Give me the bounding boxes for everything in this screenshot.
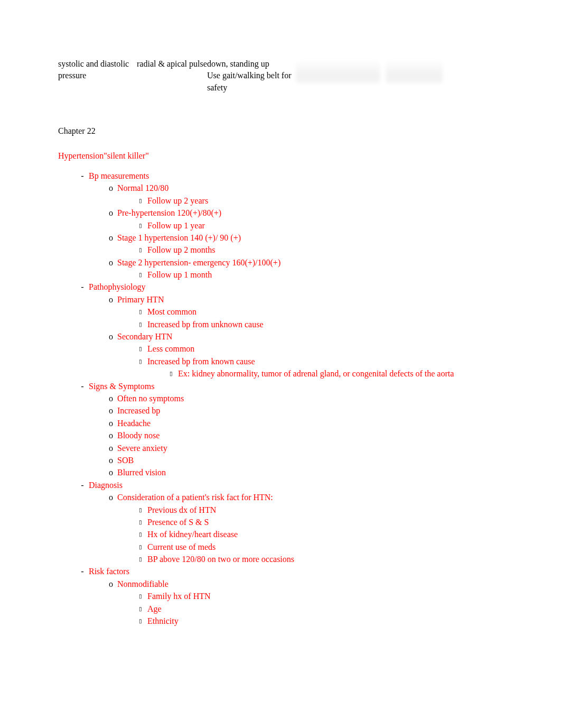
dash-icon: - (58, 480, 89, 491)
list-item: ▯ Family hx of HTN (58, 591, 503, 602)
bp-normal-fu: Follow up 2 years (147, 195, 503, 207)
list-item: ▯ Follow up 1 month (58, 269, 503, 281)
section-diag: Diagnosis (89, 480, 503, 491)
square-icon: ▯ (58, 504, 147, 514)
circle-icon: o (58, 182, 117, 194)
risk-nm-b: Age (147, 603, 503, 615)
list-item: ▯ Most common (58, 306, 503, 318)
square-icon: ▯ (58, 356, 147, 365)
list-item: ▯ Ex: kidney abnormality, tumor of adren… (58, 368, 503, 380)
bp-pre: Pre-hypertension 120(+)/80(+) (117, 207, 503, 219)
table-cell-3: down, standing up Use gait/walking belt … (207, 58, 296, 94)
square-icon: ▯ (58, 603, 147, 613)
risk-nm-a: Family hx of HTN (147, 591, 503, 602)
ss-3: Bloody nose (117, 430, 503, 441)
diag-a: Previous dx of HTN (147, 504, 503, 516)
list-item: o Often no symptoms (58, 393, 503, 404)
list-item: ▯ Less common (58, 343, 503, 355)
square-icon: ▯ (58, 554, 147, 563)
bullet-icon: ▯ (58, 368, 178, 377)
list-item: - Pathophysiology (58, 281, 503, 293)
list-item: ▯ Ethnicity (58, 615, 503, 627)
bp-pre-fu: Follow up 1 year (147, 220, 503, 232)
square-icon: ▯ (58, 517, 147, 526)
ss-6: Blurred vision (117, 467, 503, 478)
list-item: ▯ Previous dx of HTN (58, 504, 503, 516)
list-item: o Secondary HTN (58, 331, 503, 343)
circle-icon: o (58, 492, 117, 503)
list-item: ▯ Hx of kidney/heart disease (58, 529, 503, 540)
bp-s1: Stage 1 hypertension 140 (+)/ 90 (+) (117, 232, 503, 244)
list-item: o Blurred vision (58, 467, 503, 478)
square-icon: ▯ (58, 343, 147, 353)
table-cell-1: systolic and diastolic pressure (58, 58, 137, 94)
list-item: o Primary HTN (58, 294, 503, 306)
patho-secondary-b: Increased bp from known cause (147, 356, 503, 367)
patho-secondary-a: Less common (147, 343, 503, 355)
circle-icon: o (58, 405, 117, 417)
square-icon: ▯ (58, 615, 147, 625)
list-item: - Diagnosis (58, 480, 503, 491)
patho-secondary-ex: Ex: kidney abnormality, tumor of adrenal… (178, 368, 503, 380)
circle-icon: o (58, 430, 117, 441)
bp-s2: Stage 2 hypertension- emergency 160(+)/1… (117, 257, 503, 269)
circle-icon: o (58, 232, 117, 244)
topic-subtitle: "silent killer" (104, 151, 149, 160)
square-icon: ▯ (58, 591, 147, 600)
square-icon: ▯ (58, 244, 147, 254)
list-item: - Risk factors (58, 566, 503, 577)
patho-primary-a: Most common (147, 306, 503, 318)
square-icon: ▯ (58, 541, 147, 551)
list-item: o Increased bp (58, 405, 503, 417)
list-item: o Stage 2 hypertension- emergency 160(+)… (58, 257, 503, 269)
list-item: ▯ Follow up 2 years (58, 195, 503, 207)
table-cell-5-blurred (386, 58, 438, 94)
diag-d: Current use of meds (147, 541, 503, 553)
section-patho: Pathophysiology (89, 281, 503, 293)
list-item: o Normal 120/80 (58, 182, 503, 194)
list-item: ▯ Increased bp from unknown cause (58, 319, 503, 330)
list-item: ▯ Presence of S & S (58, 517, 503, 528)
list-item: o SOB (58, 455, 503, 466)
circle-icon: o (58, 578, 117, 590)
circle-icon: o (58, 294, 117, 306)
dash-icon: - (58, 170, 89, 182)
topic-title: Hypertension (58, 151, 104, 160)
table-cell-4-blurred (296, 58, 386, 94)
list-item: - Bp measurements (58, 170, 503, 182)
circle-icon: o (58, 257, 117, 269)
topic-heading: Hypertension"silent killer" (58, 150, 503, 162)
list-item: o Severe anxiety (58, 443, 503, 454)
patho-secondary: Secondary HTN (117, 331, 503, 343)
patho-primary-b: Increased bp from unknown cause (147, 319, 503, 330)
bp-s1-fu: Follow up 2 months (147, 244, 503, 256)
ss-1: Increased bp (117, 405, 503, 417)
section-bp: Bp measurements (89, 170, 503, 182)
list-item: - Signs & Symptoms (58, 381, 503, 392)
square-icon: ▯ (58, 269, 147, 279)
list-item: ▯ BP above 120/80 on two or more occasio… (58, 554, 503, 565)
chapter-heading: Chapter 22 (58, 125, 503, 137)
circle-icon: o (58, 467, 117, 478)
table-fragment: systolic and diastolic pressure radial &… (58, 58, 503, 104)
ss-4: Severe anxiety (117, 443, 503, 454)
list-item: ▯ Follow up 2 months (58, 244, 503, 256)
square-icon: ▯ (58, 306, 147, 316)
list-item: ▯ Increased bp from known cause (58, 356, 503, 367)
square-icon: ▯ (58, 529, 147, 538)
circle-icon: o (58, 455, 117, 466)
list-item: o Consideration of a patient's risk fact… (58, 492, 503, 503)
table-cell-2: radial & apical pulse (137, 58, 207, 94)
list-item: o Bloody nose (58, 430, 503, 441)
ss-5: SOB (117, 455, 503, 466)
circle-icon: o (58, 207, 117, 219)
diag-b: Presence of S & S (147, 517, 503, 528)
diag-sub: Consideration of a patient's risk fact f… (117, 492, 503, 503)
list-item: ▯ Follow up 1 year (58, 220, 503, 232)
risk-nm-c: Ethnicity (147, 615, 503, 627)
circle-icon: o (58, 331, 117, 343)
ss-0: Often no symptoms (117, 393, 503, 404)
dash-icon: - (58, 566, 89, 577)
list-item: o Headache (58, 418, 503, 429)
section-risk: Risk factors (89, 566, 503, 577)
